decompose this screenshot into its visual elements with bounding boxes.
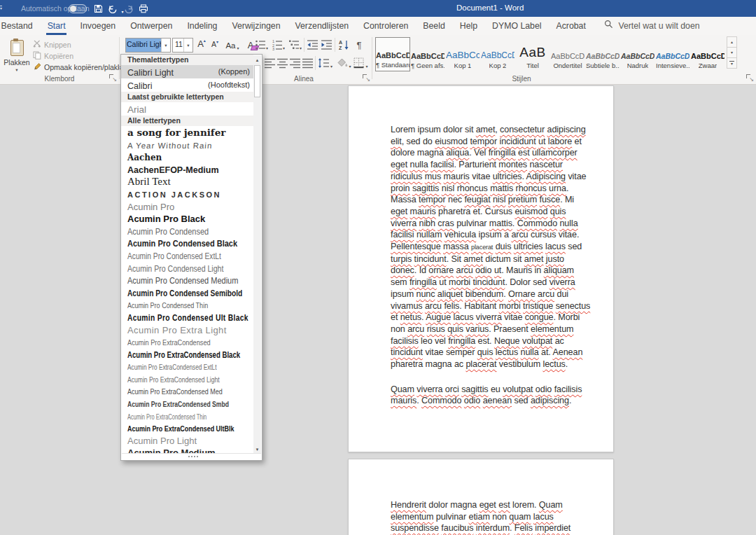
paste-button[interactable]: Plakken ▾ xyxy=(2,37,31,79)
font-dropdown-row[interactable]: Acumin Pro Condensed xyxy=(121,225,253,237)
style-item[interactable]: AaBbCcDc Intensieve... xyxy=(655,37,690,71)
font-size-combobox[interactable]: 11 ▾ xyxy=(172,38,193,53)
font-dropdown-row[interactable]: A Year Without Rain xyxy=(121,139,253,151)
document-page-2[interactable]: Hendrerit dolor magna eget est lorem. Qu… xyxy=(348,459,614,535)
font-dropdown-row[interactable]: (Koppen) Calibri Light xyxy=(121,65,253,78)
autosave-toggle[interactable] xyxy=(69,4,87,13)
font-dropdown-row[interactable]: Acumin Pro Extra Light xyxy=(121,324,253,336)
align-center-button[interactable] xyxy=(276,56,290,70)
tell-me-search[interactable]: Vertel wat u wilt doen xyxy=(604,18,699,35)
search-label: Vertel wat u wilt doen xyxy=(618,18,699,35)
ribbon-tab[interactable]: Start xyxy=(40,18,73,35)
ribbon-tab[interactable]: Ontwerpen xyxy=(123,18,180,35)
font-dropdown-row[interactable]: Acumin Pro ExtraCondensed Med xyxy=(121,384,253,397)
sort-button[interactable]: AZ xyxy=(337,38,351,52)
style-preview: AaBbCcD xyxy=(551,41,584,60)
font-dropdown-row[interactable]: Acumin Pro xyxy=(121,200,253,213)
scrollbar-thumb[interactable] xyxy=(254,65,260,97)
styles-dialog-launcher[interactable] xyxy=(746,74,753,81)
show-paragraph-marks-button[interactable] xyxy=(352,38,366,52)
save-icon[interactable] xyxy=(92,3,104,14)
ribbon-tab[interactable]: DYMO Label xyxy=(485,18,549,35)
style-item[interactable]: AaBbCcDc Subtiele b... xyxy=(585,37,620,71)
font-dropdown-row[interactable]: Acumin Pro ExtraCondensed Thin xyxy=(121,410,253,422)
gallery-scroll-up-icon[interactable]: ▴ xyxy=(727,36,737,48)
style-item[interactable]: AaB Titel xyxy=(515,37,550,71)
borders-button[interactable]: ▾ xyxy=(353,56,370,70)
style-preview: AaBbCcDc xyxy=(586,41,620,60)
font-dropdown-row[interactable]: Acumin Pro Condensed ExtLt xyxy=(121,249,253,262)
multilevel-list-button[interactable]: ▾ xyxy=(288,38,302,52)
ribbon-tab[interactable]: Verwijzingen xyxy=(225,18,288,35)
font-name-label: Acumin Pro Black xyxy=(127,213,205,225)
grow-font-button[interactable]: A▴ xyxy=(195,38,208,51)
ribbon-tab[interactable]: Bestand xyxy=(0,18,40,35)
numbered-list-button[interactable]: 123▾ xyxy=(271,38,285,52)
style-item[interactable]: AaBbCcDc Zwaar xyxy=(690,37,725,71)
font-dropdown-row[interactable]: Acumin Pro Condensed Semibold xyxy=(121,286,253,299)
style-item[interactable]: AaBbCcDc ¶ Standaard xyxy=(375,37,410,71)
font-dropdown-row[interactable]: Acumin Pro Condensed Medium xyxy=(121,274,253,286)
ribbon-tab[interactable]: Indeling xyxy=(180,18,225,35)
redo-icon[interactable] xyxy=(122,3,135,14)
font-dropdown-row[interactable]: Acumin Pro ExtraCondensed UltBlk xyxy=(121,422,253,434)
increase-indent-button[interactable] xyxy=(320,38,334,52)
font-dropdown-row[interactable]: Acumin Pro Condensed Black xyxy=(121,237,253,249)
gallery-more-icon[interactable]: ▾ xyxy=(727,57,737,69)
ribbon-tab[interactable]: Controleren xyxy=(356,18,416,35)
ribbon-tab[interactable]: Verzendlijsten xyxy=(288,18,356,35)
font-dropdown-row[interactable]: Acumin Pro ExtraCondensed xyxy=(121,335,253,348)
copy-button[interactable]: Kopiëren xyxy=(33,51,74,61)
paragraph-dialog-launcher[interactable] xyxy=(363,74,370,81)
style-item[interactable]: AaBbCcDc ¶ Geen afs... xyxy=(410,37,445,71)
print-icon[interactable] xyxy=(137,3,150,14)
font-dropdown-row[interactable]: Aachen xyxy=(121,151,253,163)
style-item[interactable]: AaBbCc Kop 1 xyxy=(445,37,480,71)
font-dropdown-row[interactable]: Abril Text xyxy=(121,175,253,188)
font-dropdown-row: Alle lettertypen xyxy=(121,116,253,126)
font-dropdown-row[interactable]: Arial xyxy=(121,102,253,116)
font-dropdown-row[interactable]: (Hoofdtekst) Calibri xyxy=(121,78,253,92)
decrease-indent-button[interactable] xyxy=(306,38,320,52)
font-dropdown-row[interactable]: Acumin Pro Black xyxy=(121,212,253,225)
font-dropdown-row[interactable]: a song for jennifer xyxy=(121,126,253,139)
font-dropdown-row[interactable]: Acumin Pro ExtraCondensed Smbd xyxy=(121,397,253,410)
style-item[interactable]: AaBbCcDc Nadruk xyxy=(620,37,655,71)
style-item[interactable]: AaBbCcD Ondertitel xyxy=(550,37,585,71)
scroll-up-icon[interactable]: ▲ xyxy=(253,55,261,64)
font-dropdown-row[interactable]: ACTION JACKSON xyxy=(121,188,253,200)
customize-qat-icon[interactable]: ▾ xyxy=(0,6,2,11)
line-spacing-button[interactable]: ▾ xyxy=(317,56,334,70)
style-item[interactable]: AaBbCcD Kop 2 xyxy=(480,37,515,71)
align-left-button[interactable] xyxy=(263,56,277,70)
clipboard-dialog-launcher[interactable] xyxy=(109,74,116,81)
font-dropdown-row[interactable]: AachenEFOP-Medium xyxy=(121,163,253,176)
resize-grip[interactable] xyxy=(122,453,261,459)
font-dropdown-scrollbar[interactable]: ▲ ▼ xyxy=(253,55,261,454)
gallery-scroll-down-icon[interactable]: ▾ xyxy=(727,47,737,58)
chevron-down-icon[interactable]: ▾ xyxy=(183,39,192,52)
cut-button[interactable]: Knippen xyxy=(33,40,71,49)
justify-button[interactable] xyxy=(301,56,315,70)
font-name-combobox[interactable]: Calibri Light ▾ xyxy=(125,38,171,53)
font-dropdown-row[interactable]: Acumin Pro Condensed Thin xyxy=(121,298,253,311)
ribbon-tab[interactable]: Beeld xyxy=(416,18,452,35)
ribbon-tab[interactable]: Acrobat xyxy=(549,18,593,35)
chevron-down-icon[interactable]: ▾ xyxy=(161,39,170,52)
font-dropdown-row[interactable]: Acumin Pro ExtraCondensed Black xyxy=(121,348,253,361)
shading-button[interactable]: ▾ xyxy=(335,56,352,70)
font-dropdown-row[interactable]: Acumin Pro ExtraCondensed ExtLt xyxy=(121,360,253,373)
change-case-button[interactable]: Aa▾ xyxy=(224,38,241,51)
shrink-font-button[interactable]: A▾ xyxy=(209,38,220,51)
font-name-label: Acumin Pro Condensed Black xyxy=(127,238,237,249)
font-dropdown-row[interactable]: Acumin Pro Condensed Ult Black xyxy=(121,311,253,324)
font-dropdown-row[interactable]: Acumin Pro Light xyxy=(121,434,253,447)
ribbon-tab[interactable]: Invoegen xyxy=(73,18,123,35)
document-page-1[interactable]: Lorem ipsum dolor sit amet, consectetur … xyxy=(348,85,614,452)
bullet-list-button[interactable]: ▾ xyxy=(254,38,268,52)
align-right-button[interactable] xyxy=(288,56,302,70)
font-dropdown-row[interactable]: Acumin Pro ExtraCondensed Light xyxy=(121,373,253,385)
format-painter-button[interactable]: Opmaak kopiëren/plakken xyxy=(33,62,130,72)
font-dropdown-row[interactable]: Acumin Pro Condensed Light xyxy=(121,262,253,275)
ribbon-tab[interactable]: Help xyxy=(452,18,484,35)
